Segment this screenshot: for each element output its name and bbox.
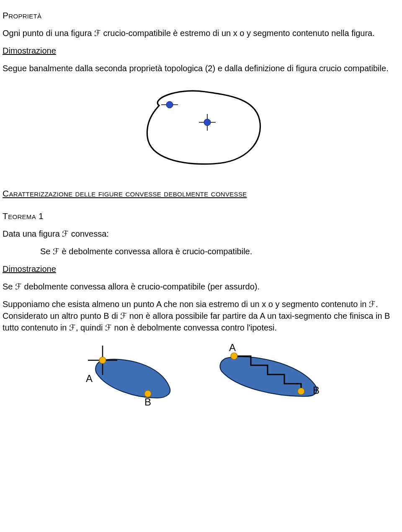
para-dimo2: Se ℱ debolmente convessa allora è crucio…	[3, 281, 399, 292]
heading-teorema: Teorema 1	[3, 210, 399, 222]
figure-2-left: A B	[73, 339, 178, 406]
para-supponiamo: Supponiamo che esista almeno un punto A …	[3, 298, 399, 333]
heading-dimostrazione-1: Dimostrazione	[3, 45, 399, 57]
dimostrazione-label-2: Dimostrazione	[3, 264, 56, 274]
heading-proprieta: Proprietà	[3, 9, 399, 21]
para-proprieta: Ogni punto di una figura ℱ crucio-compat…	[3, 27, 399, 39]
svg-point-1	[166, 101, 173, 108]
label-B-right: B	[313, 385, 320, 396]
label-A-left: A	[86, 373, 93, 384]
dimostrazione-label-1: Dimostrazione	[3, 46, 56, 55]
figure-1-svg	[130, 83, 272, 170]
heading-caratt: Caratterizzazione delle figure convesse …	[3, 187, 399, 199]
figure-2-right: A B	[203, 339, 329, 406]
label-A-right: A	[229, 342, 236, 353]
para-se: Se ℱ è debolmente convessa allora è cruc…	[40, 245, 399, 257]
page: Proprietà Ogni punto di una figura ℱ cru…	[0, 0, 402, 415]
svg-point-7	[99, 357, 106, 364]
figure-2-row: A B A B	[3, 339, 399, 406]
heading-dimostrazione-2: Dimostrazione	[3, 263, 399, 275]
label-B-left: B	[144, 396, 151, 406]
para-dimo1: Segue banalmente dalla seconda proprietà…	[3, 62, 399, 74]
para-data: Data una figura ℱ convessa:	[3, 228, 399, 240]
figure-1	[3, 83, 399, 170]
svg-point-10	[298, 388, 304, 395]
svg-point-4	[204, 119, 211, 126]
svg-point-9	[231, 353, 237, 359]
